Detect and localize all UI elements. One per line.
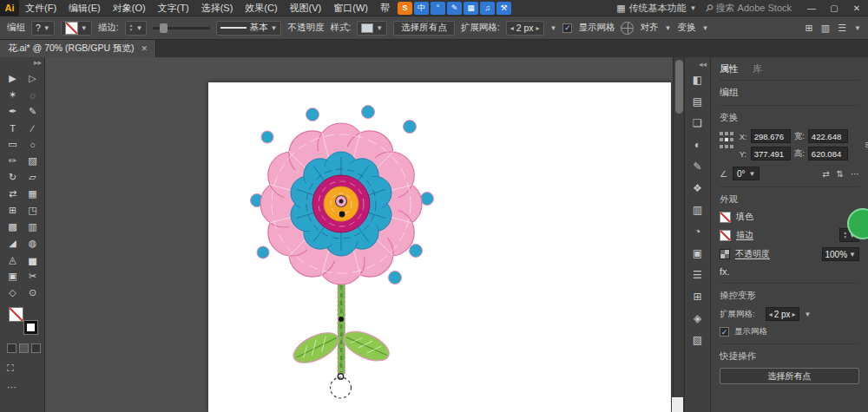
tray-icon[interactable]: ° [431,2,445,15]
tool-button[interactable]: ▣ [3,268,23,284]
tool-button[interactable]: ▷ [23,70,43,87]
panel-icon[interactable]: ✎ [688,155,707,177]
y-field[interactable]: 377.491 [751,147,791,160]
menu-item[interactable]: 视图(V) [284,0,328,16]
screen-mode-icon[interactable]: ⛶ [7,363,16,374]
show-mesh-checkbox[interactable]: ✓ [562,23,572,33]
tool-button[interactable]: ⊙ [23,284,43,301]
menu-item[interactable]: 文字(T) [152,0,195,16]
tool-button[interactable]: ✂ [23,268,43,284]
more-transform-icon[interactable]: ⋯ [851,169,859,179]
panel-icon[interactable]: ☰ [688,264,707,285]
panel-icon[interactable]: ◐ [688,134,707,155]
panel-icon[interactable]: ◈ [688,307,707,329]
align-panel-label[interactable]: 对齐 [640,22,658,34]
stroke-weight-stepper[interactable]: ▲▼▼ [125,21,148,36]
tool-button[interactable]: ▶ [3,70,23,87]
x-field[interactable]: 298.676 [751,129,791,143]
tool-button[interactable]: ◇ [3,284,23,301]
tray-icon[interactable]: S [398,2,412,15]
style-dropdown[interactable]: ▼ [357,21,387,36]
expand-mesh-caret[interactable]: ▼ [805,311,812,318]
document-tab[interactable]: 花.ai* @ 70% (RGB/GPU 预览) ✕ [0,40,156,57]
workspace-switcher[interactable]: ▦ 传统基本功能 ▼ [616,2,696,15]
fill-color-swatch[interactable] [720,212,731,223]
fill-stroke-widget[interactable] [9,307,38,335]
tool-button[interactable]: ◳ [23,202,43,219]
tool-button[interactable]: ✶ [3,87,23,103]
show-mesh-checkbox-panel[interactable]: ✓ [720,327,729,337]
canvas-vertical-scrollbar[interactable] [673,57,684,412]
close-button[interactable]: ✕ [845,0,868,16]
menu-item[interactable]: 效果(C) [239,0,283,16]
menu-item[interactable]: 窗口(W) [327,0,374,16]
tray-icon[interactable]: ▦ [464,2,478,15]
draw-inside-button[interactable] [31,343,41,353]
canvas-pasteboard[interactable] [45,57,684,412]
restore-button[interactable]: ▢ [823,0,845,16]
tool-button[interactable]: ▨ [23,153,43,169]
stroke-slider[interactable] [153,27,210,29]
panel-icon[interactable]: ❖ [688,177,707,199]
draw-normal-button[interactable] [7,343,16,353]
tab-properties[interactable]: 属性 [720,62,739,75]
flip-vertical-icon[interactable]: ⇅ [837,169,844,179]
panel-icon[interactable]: ◧ [688,69,707,90]
panel-icon[interactable]: ▧ [688,329,707,350]
artboard[interactable] [208,82,671,412]
fill-stroke-dropdown[interactable]: ▼ [61,21,92,36]
collapse-tools-icon[interactable]: ▸▸ [34,58,42,67]
tool-button[interactable]: ▦ [23,186,43,202]
flip-horizontal-icon[interactable]: ⇄ [822,169,829,179]
arrange-icon[interactable]: ⊞ [806,23,813,34]
align-caret-icon[interactable]: ▼ [664,24,671,32]
stem-bottom-anchor[interactable] [338,374,343,379]
height-field[interactable]: 620.084 [808,147,848,160]
stroke-color-swatch[interactable] [720,230,731,241]
tool-button[interactable]: ✏ [3,153,23,169]
variable-width-dropdown[interactable]: ?▼ [31,21,55,36]
tool-button[interactable]: ✒ [3,103,23,120]
tool-button[interactable]: ○ [23,136,43,153]
menu-item[interactable]: 帮 [374,0,396,16]
fx-button[interactable]: fx. [720,266,730,277]
stem-mid-anchor[interactable] [339,317,344,322]
select-all-points-button[interactable]: 选择所有点 [393,21,455,36]
tool-button[interactable]: T [3,120,23,136]
app-logo[interactable]: Ai [0,0,19,16]
opacity-field[interactable]: 100%▼ [822,247,860,261]
leaf-left[interactable] [289,327,343,369]
menu-item[interactable]: 文件(F) [19,0,62,16]
panel-icon[interactable]: ⊞ [688,285,707,307]
flower-artwork[interactable] [208,82,671,412]
menu-item[interactable]: 对象(O) [107,0,152,16]
panel-icon[interactable]: ▤ [688,90,707,112]
panel-icon[interactable]: ▥ [688,199,707,220]
leaf-right[interactable] [339,325,393,366]
stock-search[interactable]: ⚲ 搜索 Adobe Stock [706,2,792,15]
tool-button[interactable]: ▭ [3,136,23,153]
expand-panels-icon[interactable]: ◂◂ [699,60,707,69]
stem-top-anchor[interactable] [339,212,345,218]
tab-libraries[interactable]: 库 [753,62,762,75]
expand-mesh-field[interactable]: ◂2 px▸ [766,307,799,321]
link-dimensions-icon[interactable]: ∞ [840,141,868,147]
isolate-icon[interactable]: ▥ [821,23,830,34]
select-all-points-panel-button[interactable]: 选择所有点 [720,368,859,384]
panel-menu-icon[interactable]: ☰ [838,23,846,34]
panel-icon[interactable]: ◔ [688,220,707,242]
stroke-link[interactable]: 描边 [736,229,753,241]
tool-button[interactable]: ◍ [23,235,43,252]
transform-caret-icon[interactable]: ▼ [701,24,708,32]
tool-button[interactable]: ↻ [3,169,23,186]
tool-button[interactable]: ⊞ [3,202,23,219]
tab-close-icon[interactable]: ✕ [141,44,148,53]
tool-button[interactable]: ✎ [23,103,43,120]
edit-toolbar-icon[interactable]: ⋯ [7,382,16,393]
tool-button[interactable]: ∕ [23,120,43,136]
tool-button[interactable]: ◌ [23,87,43,103]
tool-button[interactable]: ◢ [3,235,23,252]
tool-button[interactable]: ▩ [3,219,23,235]
expand-mesh-caret[interactable]: ▼ [550,24,557,32]
tool-button[interactable]: ▱ [23,169,43,186]
